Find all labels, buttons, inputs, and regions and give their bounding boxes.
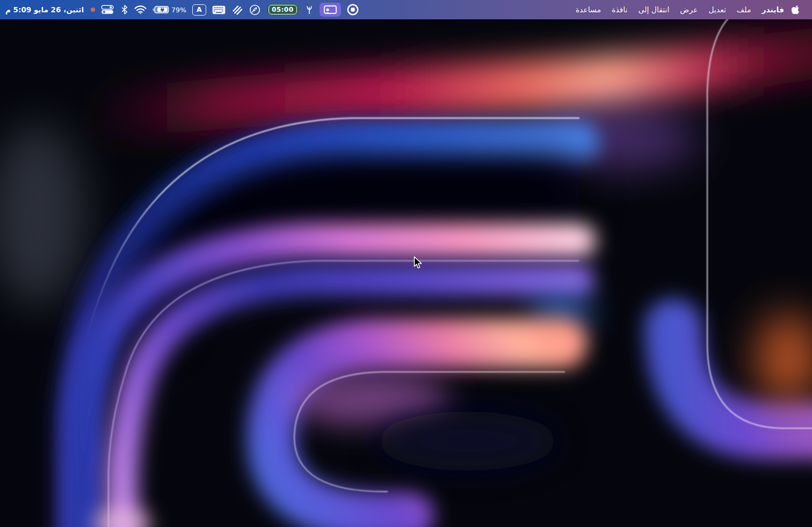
menu-bar: اثنين، 26 مايو 5:09 م [0, 0, 812, 19]
menu-edit[interactable]: تعديل [703, 0, 731, 19]
timer-value: 05:00 [269, 5, 297, 14]
desktop: اثنين، 26 مايو 5:09 م [0, 0, 812, 527]
menu-go[interactable]: انتقال إلى [633, 0, 675, 19]
branch-sprout-icon [305, 5, 314, 14]
wifi-icon [134, 5, 147, 14]
status-cluster: اثنين، 26 مايو 5:09 م [0, 0, 359, 19]
recording-dot-icon [91, 8, 95, 12]
menu-window[interactable]: نافذة [606, 0, 633, 19]
battery-percent: 79% [171, 6, 186, 14]
menu-help[interactable]: مساعدة [570, 0, 606, 19]
wifi-menu-item[interactable] [134, 5, 147, 14]
stop-recording-button[interactable] [347, 4, 359, 16]
toggles-icon [101, 5, 115, 14]
app-menus: فايندر ملف تعديل عرض انتقال إلى نافذة مس… [570, 0, 812, 19]
input-source-menu-item[interactable]: A [192, 4, 206, 16]
battery-charging-icon [153, 6, 169, 13]
bluetooth-menu-item[interactable] [121, 5, 128, 14]
keyboard-icon [212, 5, 226, 14]
stop-record-icon [347, 4, 359, 16]
apple-logo-icon [792, 5, 800, 15]
screen-sharing-icon [324, 5, 337, 14]
apple-menu[interactable] [789, 0, 806, 19]
timer-menu-item[interactable]: 05:00 [266, 4, 299, 16]
sprout-menu-item[interactable] [305, 5, 314, 14]
rocket-menu-item[interactable] [249, 4, 260, 16]
stripes-menu-item[interactable] [231, 4, 243, 15]
menu-view[interactable]: عرض [675, 0, 703, 19]
battery-menu-item[interactable]: 79% [153, 6, 186, 14]
bluetooth-icon [121, 5, 128, 14]
toggles-menu-item[interactable] [101, 5, 115, 14]
keyboard-menu-item[interactable] [212, 5, 226, 14]
rocket-icon [249, 4, 260, 16]
clock-menu-item[interactable]: اثنين، 26 مايو 5:09 م [5, 5, 84, 14]
menu-finder[interactable]: فايندر [756, 0, 789, 19]
menu-file[interactable]: ملف [731, 0, 757, 19]
screen-sharing-button[interactable] [320, 3, 341, 17]
diagonal-stripes-icon [231, 4, 243, 15]
desktop-wallpaper [0, 0, 812, 527]
